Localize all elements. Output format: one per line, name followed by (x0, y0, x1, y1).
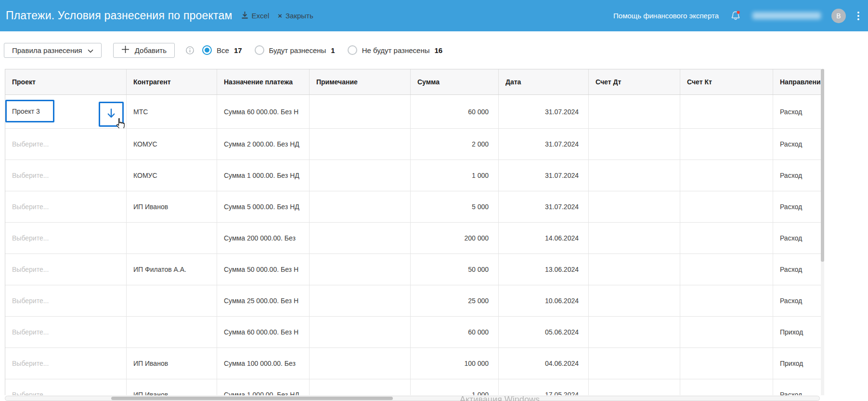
column-header-debit: Счет Дт (589, 69, 680, 94)
cell-credit (680, 348, 773, 379)
cell-debit (589, 254, 680, 285)
cell-amount: 25 000 (411, 285, 499, 316)
close-button[interactable]: × Закрыть (278, 12, 313, 20)
cell-date: 31.07.2024 (499, 129, 589, 160)
column-header-purpose: Назначение платежа (217, 69, 310, 94)
radio-icon[interactable] (348, 45, 357, 55)
cell-direction: Расход (773, 95, 821, 128)
vertical-scrollbar-thumb[interactable] (821, 69, 824, 262)
avatar[interactable]: B (831, 9, 846, 23)
cell-project[interactable]: Выберите... (5, 317, 127, 348)
column-header-note: Примечание (310, 69, 411, 94)
cell-purpose: Сумма 1 000.00. Без НД (217, 160, 310, 191)
cell-direction: Расход (773, 129, 821, 160)
close-icon: × (278, 12, 282, 19)
cell-purpose: Сумма 60 000.00. Без Н (217, 95, 310, 128)
column-header-counterparty: Контрагент (127, 69, 217, 94)
horizontal-scrollbar[interactable] (5, 396, 820, 401)
table-row: Выберите...ИП ИвановСумма 100 000.00. Бе… (5, 348, 821, 379)
cell-counterparty: КОМУС (127, 160, 217, 191)
cell-project[interactable]: Выберите... (5, 285, 127, 316)
filter-info-button[interactable] (185, 46, 194, 55)
apply-down-button[interactable] (99, 102, 124, 127)
column-header-direction: Направление (773, 69, 821, 94)
project-select-placeholder[interactable]: Выберите... (12, 297, 49, 305)
allocation-rules-dropdown[interactable]: Правила разнесения (4, 43, 102, 58)
cell-direction: Приход (773, 348, 821, 379)
project-select-placeholder[interactable]: Выберите... (12, 391, 49, 395)
cell-date: 31.07.2024 (499, 95, 589, 128)
cell-amount: 100 000 (411, 348, 499, 379)
filter-option-0[interactable]: Все17 (202, 45, 242, 55)
add-button[interactable]: Добавить (113, 43, 175, 58)
excel-export-button[interactable]: Excel (241, 11, 270, 21)
radio-icon[interactable] (202, 45, 212, 55)
cell-counterparty (127, 223, 217, 254)
cell-project[interactable]: Выберите... (5, 348, 127, 379)
plus-icon (121, 45, 130, 55)
cell-amount: 1 000 (411, 160, 499, 191)
table-row: Выберите...Сумма 25 000.00. Без Н25 0001… (5, 285, 821, 317)
chevron-down-icon (88, 46, 93, 54)
cell-credit (680, 317, 773, 348)
cell-counterparty: ИП Иванов (127, 379, 217, 395)
project-select-placeholder[interactable]: Выберите... (12, 140, 49, 148)
selected-project-cell[interactable]: Проект 3 (5, 100, 54, 122)
cell-counterparty: ИП Иванов (127, 191, 217, 222)
header-right-group: Помощь финансового эксперта B (613, 9, 860, 23)
project-select-placeholder[interactable]: Выберите... (12, 172, 49, 179)
cell-project[interactable]: Выберите... (5, 254, 127, 285)
cell-date: 31.07.2024 (499, 191, 589, 222)
cell-purpose: Сумма 200 000.00. Без (217, 223, 310, 254)
toolbar: Правила разнесения Добавить Все17Будут р… (0, 31, 868, 69)
cell-direction: Расход (773, 191, 821, 222)
excel-label: Excel (252, 12, 270, 20)
filter-count: 1 (331, 46, 335, 54)
cell-counterparty: КОМУС (127, 129, 217, 160)
cell-project[interactable]: Выберите... (5, 129, 127, 160)
cell-amount: 2 000 (411, 129, 499, 160)
cell-project[interactable]: Выберите... (5, 379, 127, 395)
project-select-placeholder[interactable]: Выберите... (12, 266, 49, 273)
cell-direction: Расход (773, 379, 821, 395)
vertical-scrollbar[interactable] (821, 69, 824, 395)
filter-option-2[interactable]: Не будут разнесены16 (348, 45, 443, 55)
cell-credit (680, 254, 773, 285)
header-left-group: Платежи. Условия разнесения по проектам … (6, 9, 313, 22)
filter-count: 16 (434, 46, 442, 54)
project-select-placeholder[interactable]: Выберите... (12, 234, 49, 242)
filter-option-1[interactable]: Будут разнесены1 (255, 45, 335, 55)
cell-credit (680, 223, 773, 254)
project-select-placeholder[interactable]: Выберите... (12, 360, 49, 367)
project-select-placeholder[interactable]: Выберите... (12, 328, 49, 336)
cell-credit (680, 160, 773, 191)
filter-radio-group: Все17Будут разнесены1Не будут разнесены1… (202, 45, 442, 55)
cell-project[interactable]: Выберите... (5, 191, 127, 222)
cell-project[interactable]: Выберите... (5, 160, 127, 191)
financial-expert-help-link[interactable]: Помощь финансового эксперта (613, 12, 719, 20)
cell-debit (589, 95, 680, 128)
windows-activation-watermark: Активация Windows (460, 395, 540, 401)
cell-purpose: Сумма 25 000.00. Без Н (217, 285, 310, 316)
cell-purpose: Сумма 5 000.00. Без НД (217, 191, 310, 222)
project-select-placeholder[interactable]: Выберите... (12, 203, 49, 211)
cell-debit (589, 317, 680, 348)
table-row: Выберите...КОМУССумма 1 000.00. Без НД1 … (5, 160, 821, 191)
cell-date: 31.07.2024 (499, 160, 589, 191)
kebab-menu-icon[interactable] (856, 11, 860, 21)
add-button-label: Добавить (135, 46, 167, 54)
notifications-button[interactable] (729, 10, 742, 22)
horizontal-scrollbar-thumb[interactable] (111, 397, 393, 400)
cell-note (310, 317, 411, 348)
cell-direction: Приход (773, 317, 821, 348)
cell-purpose: Сумма 2 000.00. Без НД (217, 129, 310, 160)
table-row: Выберите...ИП ИвановСумма 5 000.00. Без … (5, 191, 821, 223)
bell-icon (729, 10, 742, 22)
radio-icon[interactable] (255, 45, 264, 55)
cell-project[interactable]: Выберите... (5, 223, 127, 254)
cell-debit (589, 160, 680, 191)
cell-note (310, 129, 411, 160)
table-row: Выберите...ИП ИвановСумма 1 000.00. Без … (5, 379, 821, 395)
table-row: Выберите...Сумма 200 000.00. Без200 0001… (5, 223, 821, 254)
cell-project[interactable]: Проект 3 (5, 95, 127, 128)
